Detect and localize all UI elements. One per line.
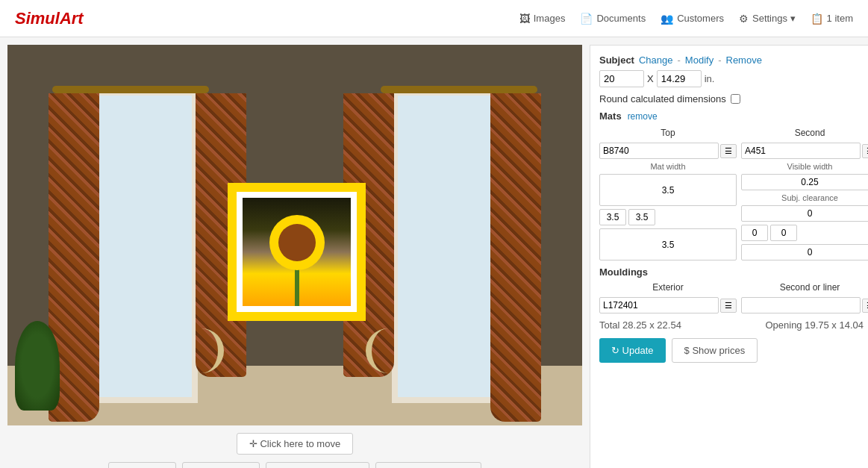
nav-item-label: 1 item	[827, 13, 853, 24]
logo-black: Simul	[15, 9, 60, 28]
nav-images-label: Images	[534, 13, 566, 24]
mat-grid: Top ☰ Mat width Second ☰	[599, 128, 864, 260]
visible-width-second[interactable]	[741, 174, 868, 190]
mat-width-bottom[interactable]	[599, 228, 737, 260]
subj-clearance-lr	[741, 225, 868, 241]
second-mat-input-row: ☰	[741, 143, 868, 159]
visible-width-label: Visible width	[741, 162, 868, 171]
subject-modify-link[interactable]: Modify	[685, 54, 714, 66]
top-mat-menu-btn[interactable]: ☰	[720, 144, 737, 158]
mat-width-label: Mat width	[599, 162, 737, 171]
window-left	[93, 90, 198, 403]
show-prices-button[interactable]: $ Show prices	[672, 338, 758, 363]
header: SimulArt 🖼 Images 📄 Documents 👥 Customer…	[0, 0, 868, 37]
item-icon: 📋	[811, 13, 823, 25]
second-mat-input[interactable]	[741, 143, 861, 159]
nav-documents[interactable]: 📄 Documents	[580, 13, 646, 25]
nav: 🖼 Images 📄 Documents 👥 Customers ⚙ Setti…	[519, 13, 853, 25]
second-liner-input-row: ☰	[741, 297, 868, 313]
round-checkbox[interactable]	[731, 94, 740, 104]
right-panel: Subject Change - Modify - Remove X in. R…	[590, 45, 868, 468]
dims-row: X in.	[599, 70, 864, 87]
opening-label: Opening 19.75 x 14.04	[765, 319, 864, 331]
exterior-label: Exterior	[599, 282, 737, 293]
main-layout: ✛ Click here to move ↗ Enlarge ⬇ Downloa…	[0, 37, 868, 468]
mouldings-label: Mouldings	[599, 266, 864, 278]
second-liner-menu-btn[interactable]: ☰	[862, 299, 868, 313]
nav-documents-label: Documents	[596, 13, 646, 24]
second-liner-label: Second or liner	[741, 282, 868, 293]
artwork-frame[interactable]	[228, 183, 366, 321]
update-button[interactable]: ↻ Update	[599, 338, 666, 363]
top-mat-col: Top ☰ Mat width	[599, 128, 737, 260]
subj-clearance-top[interactable]	[741, 205, 868, 222]
mat-width-top[interactable]	[599, 174, 737, 206]
exterior-menu-btn[interactable]: ☰	[720, 299, 737, 313]
nav-item[interactable]: 📋 1 item	[811, 13, 853, 25]
nav-customers-label: Customers	[677, 13, 724, 24]
move-button[interactable]: ✛ Click here to move	[237, 433, 353, 455]
top-mat-input-row: ☰	[599, 143, 737, 159]
mat-width-left[interactable]	[599, 209, 626, 225]
settings-icon: ⚙	[739, 13, 749, 25]
images-icon: 🖼	[519, 13, 530, 25]
subj-clearance-bottom[interactable]	[741, 244, 868, 260]
second-mat-menu-btn[interactable]: ☰	[862, 144, 868, 158]
round-label: Round calculated dimensions	[599, 93, 726, 104]
subject-change-link[interactable]: Change	[639, 54, 673, 66]
exterior-col: Exterior ☰	[599, 282, 737, 313]
subj-clearance-left[interactable]	[741, 225, 768, 241]
dim-unit-label: in.	[705, 73, 715, 84]
second-liner-col: Second or liner ☰	[741, 282, 868, 313]
mats-row: Mats remove	[599, 110, 864, 122]
mats-label: Mats	[599, 110, 622, 122]
total-label: Total 28.25 x 22.54	[599, 319, 681, 331]
enlarge-button[interactable]: ↗ Enlarge	[108, 462, 176, 468]
subj-clearance-right[interactable]	[770, 225, 797, 241]
logo-red: Art	[60, 9, 84, 28]
move-btn-area: ✛ Click here to move	[7, 433, 582, 455]
second-liner-input[interactable]	[741, 297, 861, 313]
remove-wall-button[interactable]: ✏ Remove the wall	[375, 462, 481, 468]
bottom-buttons: ↗ Enlarge ⬇ Download ⇄ Change the wall ✏…	[7, 462, 582, 468]
change-wall-button[interactable]: ⇄ Change the wall	[266, 462, 369, 468]
curtain-rod-left	[52, 86, 209, 93]
nav-settings-label: Settings ▾	[752, 13, 796, 24]
download-button[interactable]: ⬇ Download	[182, 462, 260, 468]
top-col-header: Top	[599, 128, 737, 138]
sunflower-stem	[295, 254, 299, 306]
canvas-area	[7, 45, 582, 425]
customers-icon: 👥	[661, 13, 673, 25]
action-buttons: ↻ Update $ Show prices	[599, 338, 864, 363]
sunflower-head	[278, 224, 316, 261]
subj-clearance-label: Subj. clearance	[741, 193, 868, 202]
nav-customers[interactable]: 👥 Customers	[661, 13, 724, 25]
mats-remove-link[interactable]: remove	[628, 111, 658, 122]
curtain-rod-right	[381, 86, 537, 93]
logo: SimulArt	[15, 9, 84, 28]
nav-images[interactable]: 🖼 Images	[519, 13, 566, 25]
exterior-input-row: ☰	[599, 297, 737, 313]
subject-remove-link[interactable]: Remove	[726, 54, 762, 66]
mat-width-lr	[599, 209, 737, 225]
plant	[15, 321, 60, 411]
nav-settings[interactable]: ⚙ Settings ▾	[739, 13, 796, 25]
second-col-header: Second	[741, 128, 868, 138]
dim-height-input[interactable]	[657, 70, 702, 87]
subject-label: Subject	[599, 54, 634, 66]
second-mat-col: Second ☰ Visible width Subj. clearance	[741, 128, 868, 260]
window-right	[392, 90, 496, 403]
subject-row: Subject Change - Modify - Remove	[599, 54, 864, 66]
mat-width-right[interactable]	[628, 209, 655, 225]
image-panel: ✛ Click here to move ↗ Enlarge ⬇ Downloa…	[7, 45, 582, 468]
dim-width-input[interactable]	[599, 70, 644, 87]
mouldings-grid: Exterior ☰ Second or liner ☰ Third or fi…	[599, 282, 864, 313]
round-row: Round calculated dimensions	[599, 93, 864, 104]
artwork-image	[243, 198, 351, 306]
exterior-input[interactable]	[599, 297, 719, 313]
documents-icon: 📄	[580, 13, 593, 25]
top-mat-input[interactable]	[599, 143, 719, 159]
dim-x-label: X	[647, 73, 654, 84]
totals-row: Total 28.25 x 22.54 Opening 19.75 x 14.0…	[599, 319, 864, 331]
curtain-right-outer	[490, 93, 541, 422]
